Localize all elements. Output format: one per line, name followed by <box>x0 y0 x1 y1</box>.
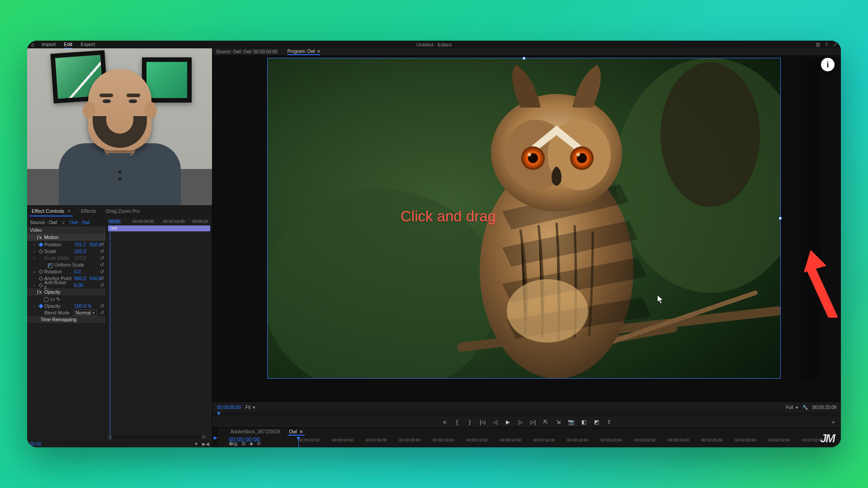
clip-link[interactable]: Owl · Owl <box>70 220 90 225</box>
program-monitor[interactable]: i <box>212 55 841 402</box>
mark-in-icon[interactable]: { <box>454 419 460 425</box>
tab-effect-controls[interactable]: Effect Controls ✕ <box>30 207 73 216</box>
effect-controls-panel: Source · Owl ∨ Owl · Owl Video ƒx Motion… <box>27 218 212 440</box>
reset-icon[interactable] <box>100 282 104 288</box>
playhead-marker[interactable] <box>217 412 221 415</box>
ruler-tick: 00:00:02:00 <box>298 438 320 442</box>
timeline-collapse-icon[interactable]: ▶ <box>213 428 218 447</box>
zoom-select[interactable]: Fit ▾ <box>245 405 255 410</box>
lift-icon[interactable]: ⇱ <box>542 419 549 425</box>
step-back-icon[interactable]: ◁ <box>492 419 498 425</box>
quality-select[interactable]: Full ▾ <box>786 405 798 410</box>
reset-icon[interactable] <box>100 269 104 274</box>
keyframe-toggle[interactable] <box>38 242 43 247</box>
prop-antiflicker[interactable]: › Anti-flicker F... 0.00 <box>27 282 106 288</box>
share-icon[interactable]: ⇪ <box>825 42 829 47</box>
program-scrubber[interactable] <box>212 412 841 417</box>
share-icon[interactable]: ⇪ <box>606 419 612 425</box>
fx-playhead-tc[interactable]: 00:00 <box>108 219 121 224</box>
fx-timeline[interactable]: 00:00 00:00:08:00 00:00:16:00 00:00:24 O… <box>106 218 212 440</box>
facecam-thumbnail <box>27 48 212 205</box>
prop-uniform-scale[interactable]: Uniform Scale <box>27 261 106 268</box>
go-to-out-icon[interactable]: ▷| <box>530 419 536 425</box>
ruler-tick: 00:00:28:00 <box>735 438 756 442</box>
marker-tool-icon[interactable]: ◆ <box>250 441 253 447</box>
ruler-tick: 00:00:12:00 <box>466 438 488 442</box>
add-marker-icon[interactable]: ⍟ <box>441 419 448 425</box>
prop-scale[interactable]: › Scale 100.0 <box>27 248 106 254</box>
home-icon[interactable]: ⌂ <box>27 42 38 47</box>
keyframe-toggle[interactable] <box>38 282 43 288</box>
fullscreen-icon[interactable]: ⤢ <box>833 42 837 47</box>
play-icon[interactable]: ▶ <box>505 419 511 425</box>
ruler-tick: 00:00:20:00 <box>600 438 622 442</box>
tab-import[interactable]: Import <box>42 41 56 49</box>
fx-clip-bar[interactable]: Owl <box>108 225 210 231</box>
proxy-icon[interactable]: ◩ <box>593 419 599 425</box>
go-to-in-icon[interactable]: |◁ <box>479 419 486 425</box>
reset-icon[interactable] <box>100 303 104 309</box>
prop-scale-width: › Scale Width 137.6 <box>27 254 106 261</box>
uniform-scale-checkbox[interactable] <box>48 263 52 268</box>
button-editor-icon[interactable]: ＋ <box>830 419 836 425</box>
tab-effects[interactable]: Effects <box>79 207 98 216</box>
fx-playhead-line[interactable] <box>110 225 110 440</box>
program-monitor-tab[interactable]: Program: Owl ≡ <box>288 49 321 55</box>
linked-sel-icon[interactable]: ⛓ <box>241 441 246 447</box>
tab-export[interactable]: Export <box>80 41 95 49</box>
reset-icon[interactable] <box>100 249 104 254</box>
program-footer: 00:00:00:00 Fit ▾ Full ▾ 🔧 00:00:25:09 <box>212 402 841 412</box>
filter-icon[interactable]: ▼ <box>194 441 198 446</box>
tab-drag-zoom-pro[interactable]: Drag Zoom Pro <box>104 207 142 216</box>
keyframe-toggle[interactable] <box>38 303 43 309</box>
keyframe-toggle[interactable] <box>38 249 43 254</box>
prop-blend-mode[interactable]: Blend Mode Normal ▾ <box>27 309 106 316</box>
motion-section[interactable]: ƒx Motion <box>27 234 106 241</box>
prop-rotation[interactable]: › Rotation 0.0 <box>27 268 106 275</box>
rect-mask-icon[interactable]: ▭ <box>50 296 55 302</box>
ruler-tick: 00:00:06:00 <box>366 438 387 442</box>
ruler-tick: 00:00:30:00 <box>769 438 790 442</box>
settings-icon[interactable]: ⚙ <box>257 441 261 447</box>
timeline-panel[interactable]: ▶ AdobeStock_387223529 Owl ✕ 00:00:00:00… <box>212 427 841 447</box>
effects-toggle-icon[interactable]: ▶◀ <box>202 441 209 446</box>
timeline-tools: �磁 ⛓ ◆ ⚙ <box>229 441 261 447</box>
timeline-ruler[interactable]: 00:00:02:0000:00:04:0000:00:06:0000:00:0… <box>298 438 835 447</box>
snap-icon[interactable]: �磁 <box>229 441 238 447</box>
sequence-tab-stock[interactable]: AdobeStock_387223529 <box>229 429 282 436</box>
step-fwd-icon[interactable]: ▷ <box>517 419 524 425</box>
sequence-tab-owl[interactable]: Owl ✕ <box>288 429 305 436</box>
fx-scrollbar[interactable] <box>108 435 206 439</box>
ruler-tick: 00:00:26:00 <box>701 438 723 442</box>
pen-mask-icon[interactable]: ✎ <box>56 296 60 302</box>
reset-icon[interactable] <box>100 262 104 267</box>
export-frame-icon[interactable]: 📷 <box>568 419 574 425</box>
workspace-icon[interactable]: ▥ <box>816 42 820 47</box>
info-badge-icon[interactable]: i <box>821 58 835 71</box>
ruler-tick: 00:00:08:00 <box>399 438 421 442</box>
close-icon[interactable]: ✕ <box>67 208 71 214</box>
ruler-tick: 00:00:18:00 <box>567 438 589 442</box>
reset-icon[interactable] <box>100 276 104 281</box>
tab-edit[interactable]: Edit <box>64 41 72 49</box>
keyframe-toggle[interactable] <box>38 276 43 281</box>
current-timecode[interactable]: 00:00:00:00 <box>217 405 241 410</box>
reset-icon[interactable] <box>100 242 104 247</box>
wrench-icon[interactable]: 🔧 <box>802 405 808 410</box>
opacity-masks[interactable]: ◯ ▭ ✎ <box>27 296 106 302</box>
keyframe-toggle[interactable] <box>38 269 43 274</box>
extract-icon[interactable]: ⇲ <box>555 419 561 425</box>
transport-controls: ⍟ { } |◁ ◁ ▶ ▷ ▷| ⇱ ⇲ 📷 ◧ ◩ ⇪ ＋ <box>212 417 841 427</box>
time-remapping-section[interactable]: Time Remapping <box>27 316 106 323</box>
compare-icon[interactable]: ◧ <box>580 419 587 425</box>
reset-icon[interactable] <box>100 255 104 261</box>
fx-footer-tc: 00:00 <box>30 441 41 446</box>
program-canvas[interactable]: Click and drag <box>267 58 781 379</box>
ellipse-mask-icon[interactable]: ◯ <box>43 296 49 302</box>
prop-position[interactable]: › Position 701.2 918.0 <box>27 241 106 248</box>
prop-opacity[interactable]: › Opacity 100.0 % <box>27 302 106 309</box>
source-monitor-tab[interactable]: Source: Owl: Owl: 00:00:00:00 <box>216 49 278 54</box>
reset-icon[interactable] <box>100 310 104 315</box>
mark-out-icon[interactable]: } <box>467 419 473 425</box>
canvas-letterbox <box>801 58 821 379</box>
